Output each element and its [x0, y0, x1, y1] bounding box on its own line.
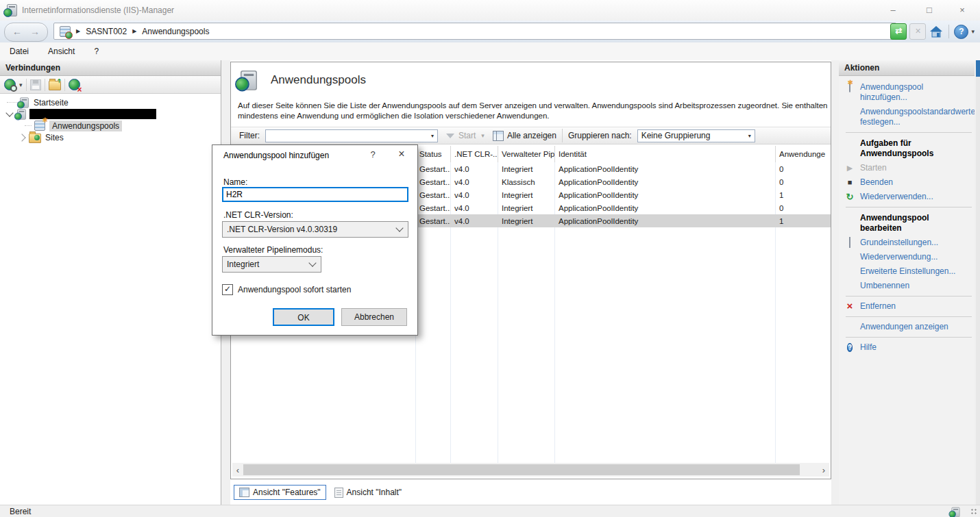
action-label[interactable]: Erweiterte Einstellungen...: [860, 266, 955, 277]
action-label[interactable]: Umbenennen: [860, 281, 909, 291]
group-by-select[interactable]: Keine Gruppierung ▾: [637, 129, 755, 142]
refresh-icon[interactable]: ⇄: [890, 23, 907, 40]
action-label[interactable]: Anwendungen anzeigen: [860, 322, 948, 332]
action-label[interactable]: Beenden: [860, 177, 893, 188]
tab-label: Ansicht "Inhalt": [347, 488, 402, 497]
action-label[interactable]: Grundeinstellungen...: [860, 238, 938, 248]
chevron-down-icon[interactable]: ▾: [481, 132, 485, 139]
go-up-icon[interactable]: [49, 81, 61, 90]
menu-hilfe[interactable]: ?: [84, 42, 108, 60]
address-bar: ← → ▶ SASNT002 ▶ Anwendungspools ⇄ × ? ▾: [0, 21, 980, 43]
vertical-scrollbar[interactable]: [976, 60, 980, 505]
minimize-button[interactable]: –: [879, 0, 907, 21]
horizontal-scrollbar[interactable]: ‹ ›: [232, 463, 829, 477]
resize-grip[interactable]: [970, 508, 977, 515]
close-button[interactable]: ×: [948, 0, 976, 21]
stop-icon[interactable]: ×: [909, 23, 926, 40]
maximize-button[interactable]: □: [916, 0, 943, 21]
column-header-clr[interactable]: .NET CLR-...: [450, 150, 498, 158]
menu-ansicht[interactable]: Ansicht: [38, 42, 84, 60]
add-pool-icon: [849, 81, 850, 92]
connect-icon[interactable]: [4, 79, 16, 90]
action-rename[interactable]: Umbenennen: [839, 279, 975, 293]
cell-clr: v4.0: [450, 204, 498, 212]
scrollbar-thumb[interactable]: [976, 60, 980, 77]
back-button[interactable]: ←: [12, 26, 22, 37]
tree-item-sites[interactable]: Sites: [0, 131, 221, 143]
toolbar-divider: [562, 129, 563, 142]
chevron-down-icon: ▾: [431, 133, 434, 139]
toolbar-divider: [948, 25, 949, 38]
home-icon[interactable]: [929, 24, 944, 39]
menu-datei[interactable]: Datei: [0, 42, 38, 60]
column-header-apps[interactable]: Anwendunge: [775, 150, 831, 158]
action-remove[interactable]: × Entfernen: [839, 299, 975, 314]
show-all-icon[interactable]: [493, 131, 504, 141]
breadcrumb-server[interactable]: SASNT002: [86, 27, 127, 36]
tree-item-server[interactable]: [0, 108, 221, 120]
filter-label: Filter:: [239, 131, 260, 140]
tab-features-view[interactable]: Ansicht "Features": [234, 485, 326, 500]
dialog-close-icon[interactable]: ×: [394, 148, 409, 160]
page-title: Anwendungspools: [271, 73, 366, 87]
show-all-button[interactable]: Alle anzeigen: [507, 131, 556, 140]
action-label[interactable]: Entfernen: [860, 301, 896, 312]
tab-content-view[interactable]: Ansicht "Inhalt": [330, 486, 407, 500]
action-recycle[interactable]: ↻ Wiederverwenden...: [839, 190, 975, 204]
clr-version-select[interactable]: .NET CLR-Version v4.0.30319: [222, 221, 408, 238]
action-label[interactable]: Starten: [860, 163, 887, 173]
action-label[interactable]: Wiederverwendung...: [860, 252, 938, 262]
redacted-server-name: [29, 109, 156, 119]
action-set-defaults[interactable]: Anwendungspoolstandardwerte festlegen...: [839, 105, 975, 129]
column-header-identity[interactable]: Identität: [554, 150, 775, 158]
action-recycling[interactable]: Wiederverwendung...: [839, 250, 975, 264]
breadcrumb[interactable]: ▶ SASNT002 ▶ Anwendungspools: [53, 23, 896, 40]
action-advanced-settings[interactable]: Erweiterte Einstellungen...: [839, 264, 975, 279]
cell-status: Gestart...: [415, 178, 450, 186]
autostart-checkbox[interactable]: ✓: [222, 284, 233, 295]
connect-dropdown-icon[interactable]: ▾: [19, 81, 23, 88]
tree-item-startseite[interactable]: Startseite: [0, 97, 221, 108]
scroll-right-icon[interactable]: ›: [818, 465, 829, 475]
filter-go-icon[interactable]: [446, 134, 454, 138]
help-dropdown-icon[interactable]: ▾: [971, 28, 975, 35]
action-label[interactable]: Anwendungspoolstandardwerte festlegen...: [860, 107, 975, 127]
connections-toolbar: ▾: [0, 76, 221, 94]
filter-input[interactable]: ▾: [265, 129, 438, 142]
scrollbar-thumb[interactable]: [243, 464, 800, 475]
filter-start-button[interactable]: Start: [458, 131, 476, 140]
action-start[interactable]: ▶ Starten: [839, 161, 975, 175]
toolbar-divider: [26, 79, 27, 91]
disconnect-icon[interactable]: [69, 79, 80, 90]
tree-item-label[interactable]: Startseite: [34, 98, 69, 108]
tree-item-label[interactable]: Sites: [45, 133, 64, 142]
column-divider: [554, 146, 555, 162]
ok-button[interactable]: OK: [273, 308, 334, 326]
chevron-down-icon[interactable]: [5, 109, 13, 116]
action-stop[interactable]: ■ Beenden: [839, 175, 975, 190]
cell-apps: 0: [775, 165, 831, 173]
forward-button[interactable]: →: [30, 26, 40, 37]
action-basic-settings[interactable]: Grundeinstellungen...: [839, 236, 975, 250]
help-icon[interactable]: ?: [954, 25, 968, 39]
cancel-button[interactable]: Abbrechen: [341, 308, 407, 326]
name-field[interactable]: [222, 187, 408, 202]
tree-item-label[interactable]: Anwendungspools: [49, 121, 122, 131]
action-view-applications[interactable]: Anwendungen anzeigen: [839, 320, 975, 334]
action-add-pool[interactable]: Anwendungspool hinzufügen...: [839, 80, 975, 105]
dialog-help-icon[interactable]: ?: [366, 149, 380, 160]
action-label[interactable]: Hilfe: [860, 342, 877, 353]
column-header-status[interactable]: Status: [415, 150, 450, 158]
breadcrumb-page[interactable]: Anwendungspools: [142, 27, 209, 36]
action-label[interactable]: Anwendungspool hinzufügen...: [860, 82, 972, 103]
chevron-down-icon: ▾: [748, 133, 751, 139]
action-help[interactable]: ? Hilfe: [839, 340, 975, 355]
action-label[interactable]: Wiederverwenden...: [860, 192, 933, 202]
column-header-pipeline[interactable]: Verwalteter Pip...: [498, 150, 554, 158]
chevron-right-icon[interactable]: [18, 134, 25, 141]
pipeline-mode-select[interactable]: Integriert: [222, 256, 321, 273]
save-icon[interactable]: [30, 79, 41, 90]
cell-status: Gestart...: [415, 165, 450, 173]
tree-item-anwendungspools[interactable]: Anwendungspools: [0, 120, 221, 131]
scroll-left-icon[interactable]: ‹: [232, 465, 243, 475]
